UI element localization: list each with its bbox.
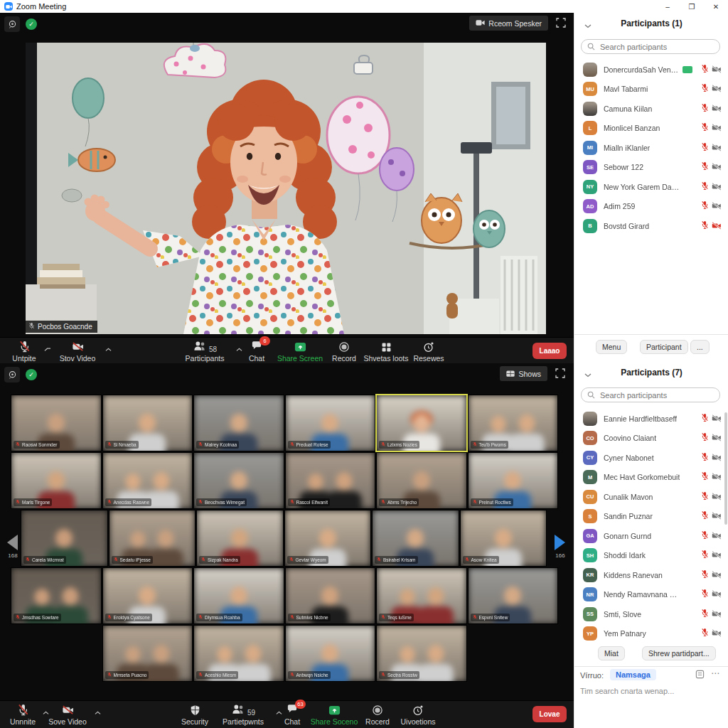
video-options-chevron[interactable] bbox=[104, 343, 112, 350]
participant-row[interactable]: SE Sebowr 122 bbox=[574, 158, 728, 178]
video-tile[interactable]: Jmsdhas Sowtare bbox=[11, 568, 101, 623]
encryption-shield-icon[interactable]: ✓ bbox=[26, 18, 37, 30]
video-tile[interactable]: Bsirabel Krisam bbox=[373, 510, 459, 566]
video-tile[interactable]: Malrey Kcotnaa bbox=[194, 395, 284, 451]
video-tile[interactable]: Teqs iuSme bbox=[377, 568, 466, 623]
encryption-shield-icon[interactable]: ✓ bbox=[26, 369, 37, 380]
participant-row[interactable]: CY Cyner Nabonet bbox=[574, 448, 728, 468]
maximize-button[interactable]: ❐ bbox=[680, 0, 704, 13]
virtual-background-chip[interactable]: Namsaga bbox=[610, 669, 656, 680]
previous-page-arrow[interactable] bbox=[7, 535, 18, 550]
video-tile[interactable]: Marls Tirgone bbox=[11, 453, 101, 508]
participant-row[interactable]: S Sandin Puznar bbox=[574, 507, 728, 527]
participant-row[interactable]: SH Shoddi Idark bbox=[574, 546, 728, 566]
video-tile[interactable]: Sizpak Nandra bbox=[197, 510, 283, 566]
reactions-button[interactable]: Resewes bbox=[410, 340, 448, 363]
video-tile[interactable]: Gevtar Wyeom bbox=[285, 510, 371, 566]
participants-button[interactable]: 58 Participants bbox=[178, 340, 232, 363]
video-tile[interactable]: Sectra Rosstw bbox=[377, 626, 466, 681]
layout-icon[interactable] bbox=[695, 670, 705, 681]
search-participants-input[interactable] bbox=[599, 390, 714, 400]
video-tile[interactable]: Aceshio Mlesm bbox=[194, 626, 284, 681]
leave-button[interactable]: Lovae bbox=[532, 706, 567, 722]
video-tile[interactable]: Anecdas Raswne bbox=[103, 453, 193, 508]
search-participants-box[interactable] bbox=[581, 387, 720, 402]
search-participants-input[interactable] bbox=[599, 42, 714, 52]
participant-button[interactable]: Participant bbox=[640, 340, 688, 354]
participant-row[interactable]: NR Nendy Ramavnana 2004 bbox=[574, 585, 728, 605]
security-button[interactable]: Security bbox=[175, 703, 215, 726]
scrollbar[interactable] bbox=[724, 412, 727, 525]
participant-row[interactable]: Eannie Hardfieltbaseff bbox=[574, 409, 728, 429]
share-screen-button[interactable]: Share Screen bbox=[277, 340, 323, 363]
record-button[interactable]: Rocerd bbox=[361, 703, 394, 726]
share-screen-button[interactable]: Share Soceno bbox=[310, 703, 358, 726]
stop-video-button[interactable]: Stov Video bbox=[55, 340, 100, 363]
mute-all-button[interactable]: Miat bbox=[598, 646, 625, 660]
video-tile[interactable]: Abms Trijecho bbox=[377, 453, 466, 508]
video-tile[interactable]: Carela Wicmrat bbox=[21, 510, 107, 566]
participant-row[interactable]: MU Mavl Tabarmi bbox=[574, 80, 728, 100]
video-tile[interactable]: Eroldya Cyatsone bbox=[103, 568, 193, 623]
fullscreen-icon[interactable] bbox=[555, 17, 567, 30]
participant-row[interactable]: KR Kiddens Ranevan bbox=[574, 565, 728, 585]
close-button[interactable]: ✕ bbox=[704, 0, 728, 13]
participant-row[interactable]: DonercurdaSah Vendor M... bbox=[574, 60, 728, 80]
view-indicator-icon[interactable] bbox=[4, 16, 20, 32]
gallery-view-button[interactable]: Shows bbox=[500, 366, 547, 381]
video-tile[interactable]: Raoswi Sonmder bbox=[11, 395, 101, 451]
participant-row[interactable]: NY New York Garem Dalyor bbox=[574, 177, 728, 197]
participant-row[interactable]: Camuna Kiilan bbox=[574, 99, 728, 119]
participant-row[interactable]: YP Yem Patnary bbox=[574, 624, 728, 644]
reactions-button[interactable]: Uivoetions bbox=[397, 703, 439, 726]
participants-button[interactable]: 59 Partietpwnts bbox=[218, 703, 269, 726]
tile-name-label: Dlymsua Rcahba bbox=[196, 614, 242, 621]
speaker-view-button[interactable]: Rceom Spesker bbox=[469, 16, 548, 31]
audio-options-chevron[interactable] bbox=[43, 343, 51, 350]
minimize-button[interactable]: – bbox=[655, 0, 680, 13]
video-tile[interactable]: Anbwqn Nsiche bbox=[286, 626, 375, 681]
participants-chevron[interactable] bbox=[235, 343, 243, 350]
chat-button[interactable]: 63 Chat bbox=[279, 703, 306, 726]
menu-button[interactable]: Menu bbox=[596, 340, 627, 354]
video-tile[interactable]: Asow Knitea bbox=[461, 510, 547, 566]
video-tile[interactable]: Mmseta Puacno bbox=[103, 626, 193, 681]
video-tile[interactable]: Dlymsua Rcahba bbox=[194, 568, 284, 623]
record-button[interactable]: Record bbox=[327, 340, 361, 363]
participant-row[interactable]: M Mec Havt Gorkomebuit bbox=[574, 468, 728, 488]
participant-row[interactable]: L Mionlicel Banzan bbox=[574, 119, 728, 139]
video-options-chevron[interactable] bbox=[93, 707, 102, 714]
video-tile[interactable]: Rascol Elfwanit bbox=[286, 453, 375, 508]
more-options-icon[interactable]: ⋯ bbox=[711, 668, 719, 678]
participant-row[interactable]: GA Gonarn Gurnd bbox=[574, 526, 728, 546]
video-tile[interactable]: Sedatu iPjesse bbox=[109, 510, 196, 566]
participant-row[interactable]: CO Coovino Claiant bbox=[574, 429, 728, 449]
participant-row[interactable]: MI Mialln iKlanler bbox=[574, 138, 728, 158]
video-tile[interactable]: Preduat Rotese bbox=[286, 395, 375, 451]
apps-button[interactable]: Shvetas loots bbox=[363, 340, 410, 363]
more-button[interactable]: ... bbox=[690, 340, 710, 354]
participant-row[interactable]: AD Adim 259 bbox=[574, 197, 728, 217]
stop-video-button[interactable]: Sove Video bbox=[46, 703, 90, 726]
video-tile[interactable]: Espvni Snitew bbox=[469, 568, 558, 623]
video-tile[interactable]: Si Nmaeba bbox=[103, 395, 193, 451]
unmute-button[interactable]: Unnnite bbox=[4, 703, 41, 726]
show-participants-button[interactable]: Shrew partidpart... bbox=[642, 646, 716, 660]
video-tile[interactable]: Sutmivs Nicbne bbox=[286, 568, 375, 623]
muted-mic-icon bbox=[701, 530, 709, 542]
leave-button[interactable]: Laaao bbox=[532, 343, 567, 359]
participant-row[interactable]: B Bovstd Girard bbox=[574, 216, 728, 236]
fullscreen-icon[interactable] bbox=[554, 368, 567, 380]
participant-row[interactable]: CU Cunalik Mavon bbox=[574, 487, 728, 507]
view-indicator-icon[interactable] bbox=[4, 367, 20, 382]
participant-row[interactable]: SS Smti, Slove bbox=[574, 604, 728, 624]
video-tile[interactable]: Lzixms Nozies bbox=[377, 395, 466, 451]
chat-button[interactable]: 6 Chat bbox=[243, 340, 270, 363]
participant-name: Yem Patnary bbox=[604, 629, 646, 638]
next-page-arrow[interactable] bbox=[555, 535, 565, 550]
video-tile[interactable]: Preinut Roctlws bbox=[469, 453, 558, 508]
unmute-button[interactable]: Untpite bbox=[6, 340, 43, 363]
video-tile[interactable]: Beochvas Wimegat bbox=[194, 453, 284, 508]
search-participants-box[interactable] bbox=[581, 39, 720, 54]
video-tile[interactable]: Teu'b Pwoms bbox=[469, 395, 558, 451]
